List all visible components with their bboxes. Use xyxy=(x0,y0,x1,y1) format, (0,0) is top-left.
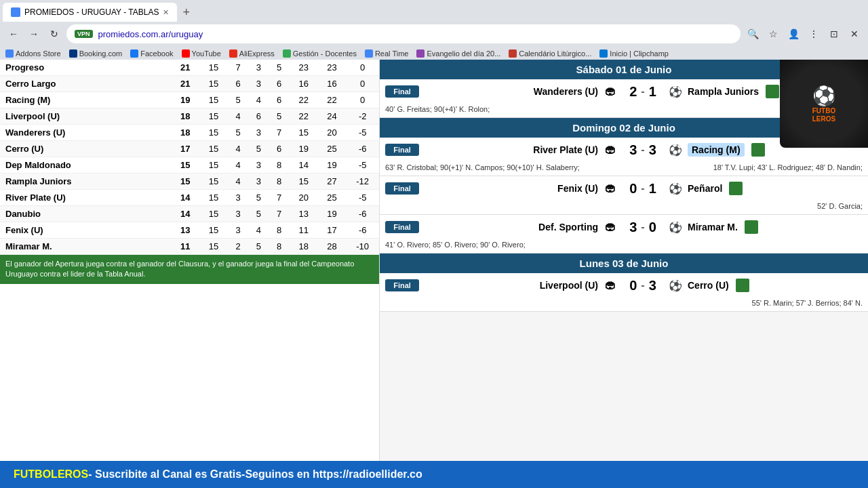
p-cell: 6 xyxy=(269,76,290,92)
p-cell: 8 xyxy=(269,239,290,255)
bookmark-realtime[interactable]: Real Time xyxy=(365,49,409,58)
tab-close-button[interactable]: ✕ xyxy=(163,8,169,17)
dif-cell: 0 xyxy=(346,76,379,92)
bookmark-addons[interactable]: Addons Store xyxy=(5,49,61,58)
team-name: Cerro (U) xyxy=(0,141,171,157)
away-score: 0 xyxy=(649,220,656,235)
j-cell: 15 xyxy=(199,239,228,255)
gf-cell: 15 xyxy=(290,125,318,141)
away-team-name: Rampla Juniors xyxy=(688,86,759,97)
bookmark-facebook[interactable]: Facebook xyxy=(130,49,173,58)
gf-cell: 14 xyxy=(290,157,318,174)
j-cell: 15 xyxy=(199,174,228,190)
table-row: Dep Maldonado 15 15 4 3 8 14 19 -5 xyxy=(0,157,379,174)
table-row: Fenix (U) 13 15 3 4 8 11 17 -6 xyxy=(0,222,379,239)
reload-button[interactable]: ↻ xyxy=(46,26,62,42)
bookmark-youtube[interactable]: YouTube xyxy=(182,49,221,58)
bookmark-gestion[interactable]: Gestión - Docentes xyxy=(283,49,357,58)
away-scorers: 55' R. Marin; 57' J. Berrios; 84' N. xyxy=(627,299,863,307)
match-main: Final Liverpool (U) 🏟 0 - 3 ⚽ Cerro (U) xyxy=(380,273,868,298)
team-home: Def. Sporting 🏟 xyxy=(423,219,618,235)
address-bar: ← → ↻ VPN promiedos.com.ar/uruguay 🔍 ☆ 👤… xyxy=(0,22,868,46)
home-team-icon: 🏟 xyxy=(602,277,618,293)
match-row: Final Fenix (U) 🏟 0 - 1 ⚽ Peñarol xyxy=(380,176,868,215)
g-cell: 3 xyxy=(228,222,248,239)
scorers-row: 52' D. Garcia; xyxy=(380,201,868,214)
match-main: Final Def. Sporting 🏟 3 - 0 ⚽ Miramar M. xyxy=(380,215,868,239)
bookmark-evangelio[interactable]: Evangelio del día 20... xyxy=(416,49,500,58)
away-scorers: 52' D. Garcia; xyxy=(627,202,863,210)
gf-cell: 11 xyxy=(290,222,318,239)
url-text: promiedos.com.ar/uruguay xyxy=(98,29,203,39)
bookmark-youtube-label: YouTube xyxy=(192,49,221,58)
tab-title: PROMIEDOS - URUGUAY - TABLAS xyxy=(24,7,159,17)
bookmark-aliexpress[interactable]: AliExpress xyxy=(229,49,275,58)
main-content: Progreso 21 15 7 3 5 23 23 0 Cerro Largo… xyxy=(0,60,868,461)
score-box: 3 - 0 xyxy=(623,220,663,235)
j-cell: 15 xyxy=(199,190,228,206)
scores-separator: - xyxy=(641,85,644,98)
resize-button[interactable]: ⊡ xyxy=(826,26,842,42)
e-cell: 5 xyxy=(248,190,269,206)
bookmark-booking[interactable]: Booking.com xyxy=(69,49,123,58)
booking-icon xyxy=(69,49,77,58)
p-cell: 5 xyxy=(269,108,290,125)
pts-cell: 21 xyxy=(171,60,199,76)
bookmark-clipchamp[interactable]: Inicio | Clipchamp xyxy=(599,49,669,58)
watermark: ⚽ FUTBOLEROS xyxy=(780,60,868,148)
home-scorers: 40' G. Freitas; 90(+4)' K. Rolon; xyxy=(385,105,621,113)
home-scorers xyxy=(385,202,621,210)
forward-button[interactable]: → xyxy=(26,26,42,42)
j-cell: 15 xyxy=(199,108,228,125)
team-name: River Plate (U) xyxy=(0,190,171,206)
match-status: Final xyxy=(385,144,419,156)
home-team-icon: 🏟 xyxy=(602,219,618,235)
team-name: Racing (M) xyxy=(0,92,171,108)
active-tab[interactable]: PROMIEDOS - URUGUAY - TABLAS ✕ xyxy=(3,3,177,22)
url-box[interactable]: VPN promiedos.com.ar/uruguay xyxy=(66,24,741,43)
account-button[interactable]: 👤 xyxy=(785,26,802,42)
pts-cell: 15 xyxy=(171,157,199,174)
away-result-indicator xyxy=(729,182,743,195)
banner-yellow: FUTBOLEROS xyxy=(14,468,88,480)
team-name: Wanderers (U) xyxy=(0,125,171,141)
bookmark-button[interactable]: ☆ xyxy=(765,26,781,42)
j-cell: 15 xyxy=(199,222,228,239)
gf-cell: 18 xyxy=(290,239,318,255)
youtube-icon xyxy=(182,49,190,58)
away-scorers: 18' T.V. Lupi; 43' L. Rodriguez; 48' D. … xyxy=(627,163,863,171)
e-cell: 6 xyxy=(248,108,269,125)
team-name: Cerro Largo xyxy=(0,76,171,92)
tab-favicon xyxy=(11,7,20,17)
score-box: 0 - 3 xyxy=(623,278,663,293)
away-team-icon: ⚽ xyxy=(667,219,684,235)
gc-cell: 17 xyxy=(318,222,347,239)
away-score: 1 xyxy=(649,181,656,197)
table-row: Rampla Juniors 15 15 4 3 8 15 27 -12 xyxy=(0,174,379,190)
table-row: Progreso 21 15 7 3 5 23 23 0 xyxy=(0,60,379,76)
pts-cell: 18 xyxy=(171,108,199,125)
bookmark-calendario[interactable]: Calendário Litúrgico... xyxy=(509,49,591,58)
gf-cell: 13 xyxy=(290,206,318,222)
dif-cell: -6 xyxy=(346,206,379,222)
team-home: Fenix (U) 🏟 xyxy=(423,180,618,197)
g-cell: 4 xyxy=(228,157,248,174)
left-panel: Progreso 21 15 7 3 5 23 23 0 Cerro Largo… xyxy=(0,60,380,461)
pts-cell: 15 xyxy=(171,174,199,190)
match-status: Final xyxy=(385,279,419,291)
back-button[interactable]: ← xyxy=(5,26,22,42)
match-row: Final Def. Sporting 🏟 3 - 0 ⚽ Miramar M. xyxy=(380,215,868,253)
team-name: Danubio xyxy=(0,206,171,222)
close-button[interactable]: ✕ xyxy=(846,26,863,42)
away-result-indicator xyxy=(736,279,749,292)
new-tab-button[interactable]: + xyxy=(178,5,194,20)
away-team-icon: ⚽ xyxy=(667,83,684,100)
zoom-button[interactable]: 🔍 xyxy=(745,26,761,42)
team-name: Fenix (U) xyxy=(0,222,171,239)
team-name: Miramar M. xyxy=(0,239,171,255)
e-cell: 5 xyxy=(248,206,269,222)
gc-cell: 23 xyxy=(318,60,347,76)
menu-button[interactable]: ⋮ xyxy=(806,26,822,42)
team-away: ⚽ Miramar M. xyxy=(667,219,863,235)
scores-separator: - xyxy=(641,144,644,156)
